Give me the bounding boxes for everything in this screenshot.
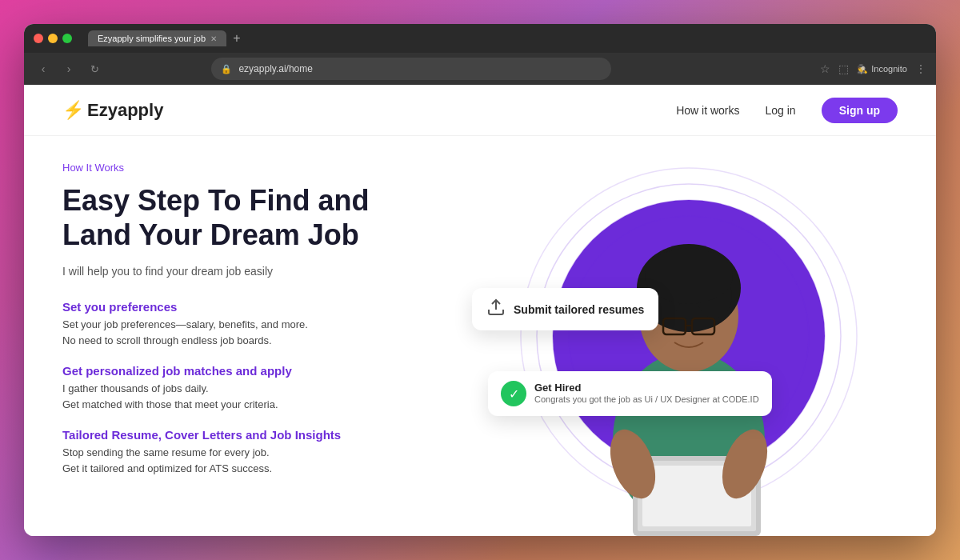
hero-left: How It Works Easy Step To Find and Land … xyxy=(62,136,480,536)
feature-3-title: Tailored Resume, Cover Letters and Job I… xyxy=(62,428,448,442)
hired-card-content: Get Hired Congrats you got the job as Ui… xyxy=(534,382,759,406)
feature-2-desc: I gather thousands of jobs daily. Get ma… xyxy=(62,381,448,412)
hero-title-line1: Easy Step To Find and xyxy=(62,184,369,217)
extensions-icon[interactable]: ⬚ xyxy=(838,62,849,75)
hero-section: How It Works Easy Step To Find and Land … xyxy=(24,136,936,536)
feature-1-desc: Set your job preferences—salary, benefit… xyxy=(62,317,448,348)
submit-card-text: Submit tailored resumes xyxy=(514,303,644,316)
incognito-badge: 🕵 Incognito xyxy=(857,64,907,74)
how-it-works-link[interactable]: How it works xyxy=(676,104,739,117)
hero-right: Submit tailored resumes ✓ Get Hired Cong… xyxy=(480,136,898,536)
browser-toolbar: ‹ › ↻ 🔒 ezyapply.ai/home ☆ ⬚ 🕵 Incognito… xyxy=(24,53,936,85)
hired-card: ✓ Get Hired Congrats you got the job as … xyxy=(488,371,772,416)
upload-icon xyxy=(486,298,506,321)
section-label: How It Works xyxy=(62,162,448,174)
incognito-icon: 🕵 xyxy=(857,64,868,74)
check-icon: ✓ xyxy=(501,381,526,406)
feature-2-title: Get personalized job matches and apply xyxy=(62,364,448,378)
maximize-button[interactable] xyxy=(62,34,72,43)
logo[interactable]: ⚡ Ezyapply xyxy=(62,100,163,121)
feature-3-desc: Stop sending the same resume for every j… xyxy=(62,445,448,476)
browser-window: Ezyapply simplifies your job ✕ + ‹ › ↻ 🔒… xyxy=(24,24,936,536)
login-button[interactable]: Log in xyxy=(766,104,796,117)
submit-card: Submit tailored resumes xyxy=(472,288,658,330)
hero-subtitle: I will help you to find your dream job e… xyxy=(62,265,448,278)
feature-3: Tailored Resume, Cover Letters and Job I… xyxy=(62,428,448,476)
hero-title: Easy Step To Find and Land Your Dream Jo… xyxy=(62,183,448,252)
tab-title: Ezyapply simplifies your job xyxy=(98,34,206,43)
main-nav: ⚡ Ezyapply How it works Log in Sign up xyxy=(24,85,936,136)
tab-area: Ezyapply simplifies your job ✕ + xyxy=(88,30,240,46)
url-text: ezyapply.ai/home xyxy=(238,63,313,74)
person-figure xyxy=(569,192,809,536)
incognito-label: Incognito xyxy=(871,64,907,74)
address-bar[interactable]: 🔒 ezyapply.ai/home xyxy=(211,58,611,80)
logo-icon: ⚡ xyxy=(62,100,84,121)
tab-close-button[interactable]: ✕ xyxy=(210,34,217,43)
website-content: ⚡ Ezyapply How it works Log in Sign up H… xyxy=(24,85,936,536)
signup-button[interactable]: Sign up xyxy=(822,98,898,123)
hired-title: Get Hired xyxy=(534,382,759,394)
traffic-lights xyxy=(34,34,72,43)
nav-links: How it works Log in Sign up xyxy=(676,98,898,123)
toolbar-right: ☆ ⬚ 🕵 Incognito ⋮ xyxy=(820,62,926,75)
refresh-button[interactable]: ↻ xyxy=(85,63,104,75)
bookmark-icon[interactable]: ☆ xyxy=(820,62,830,75)
feature-2: Get personalized job matches and apply I… xyxy=(62,364,448,412)
feature-1-title: Set you preferences xyxy=(62,300,448,314)
hired-desc: Congrats you got the job as Ui / UX Desi… xyxy=(534,394,759,406)
forward-button[interactable]: › xyxy=(59,62,78,75)
new-tab-button[interactable]: + xyxy=(233,31,240,46)
logo-text: Ezyapply xyxy=(87,100,163,121)
close-button[interactable] xyxy=(34,34,43,43)
feature-1: Set you preferences Set your job prefere… xyxy=(62,300,448,348)
back-button[interactable]: ‹ xyxy=(34,62,53,75)
active-tab[interactable]: Ezyapply simplifies your job ✕ xyxy=(88,30,226,46)
minimize-button[interactable] xyxy=(48,34,58,43)
browser-titlebar: Ezyapply simplifies your job ✕ + xyxy=(24,24,936,53)
hero-title-line2: Land Your Dream Job xyxy=(62,218,359,251)
menu-icon[interactable]: ⋮ xyxy=(915,62,926,75)
